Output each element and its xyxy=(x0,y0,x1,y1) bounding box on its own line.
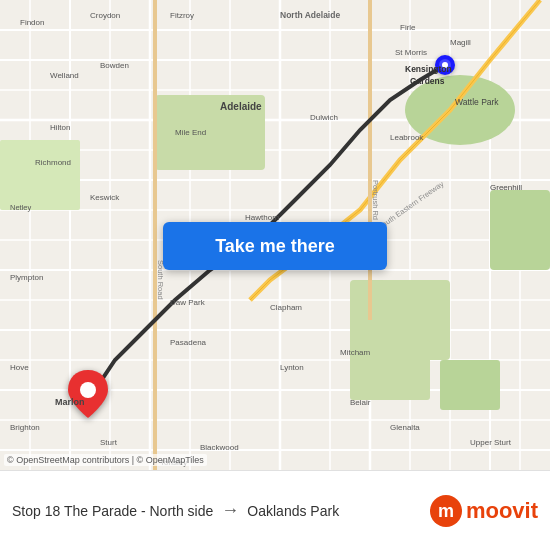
route-display: Stop 18 The Parade - North side → Oaklan… xyxy=(12,500,430,521)
svg-text:Greenhill: Greenhill xyxy=(490,183,522,192)
svg-text:Blackwood: Blackwood xyxy=(200,443,239,452)
svg-text:m: m xyxy=(438,501,454,521)
svg-text:Clapham: Clapham xyxy=(270,303,302,312)
map-container: Findon Croydon Fitzroy North Adelaide Fi… xyxy=(0,0,550,470)
svg-text:Mitcham: Mitcham xyxy=(340,348,371,357)
svg-text:Upper Sturt: Upper Sturt xyxy=(470,438,512,447)
svg-text:Portrush Rd: Portrush Rd xyxy=(371,180,380,220)
svg-rect-35 xyxy=(440,360,500,410)
svg-text:Bowden: Bowden xyxy=(100,61,129,70)
svg-text:Firle: Firle xyxy=(400,23,416,32)
svg-text:Magill: Magill xyxy=(450,38,471,47)
moovit-logo: m moovit xyxy=(430,495,538,527)
svg-text:Fitzroy: Fitzroy xyxy=(170,11,194,20)
take-me-there-button[interactable]: Take me there xyxy=(163,222,387,270)
svg-text:Brighton: Brighton xyxy=(10,423,40,432)
svg-text:North Adelaide: North Adelaide xyxy=(280,10,340,20)
svg-text:Wattle Park: Wattle Park xyxy=(455,97,499,107)
svg-point-40 xyxy=(80,382,96,398)
svg-text:Netley: Netley xyxy=(10,203,32,212)
svg-text:Glenalta: Glenalta xyxy=(390,423,420,432)
to-label: Oaklands Park xyxy=(247,503,339,519)
svg-text:Adelaide: Adelaide xyxy=(220,101,262,112)
footer-route-info: Stop 18 The Parade - North side → Oaklan… xyxy=(12,500,430,521)
svg-text:Hawthorn: Hawthorn xyxy=(245,213,279,222)
svg-text:Kensington: Kensington xyxy=(405,64,452,74)
svg-text:Leabrook: Leabrook xyxy=(390,133,424,142)
svg-text:Plympton: Plympton xyxy=(10,273,43,282)
svg-rect-33 xyxy=(0,140,80,210)
svg-text:Sturt: Sturt xyxy=(100,438,118,447)
svg-text:St Morris: St Morris xyxy=(395,48,427,57)
svg-text:Croydon: Croydon xyxy=(90,11,120,20)
moovit-logo-icon: m xyxy=(430,495,462,527)
map-attribution: © OpenStreetMap contributors | © OpenMap… xyxy=(4,454,207,466)
svg-text:Pasadena: Pasadena xyxy=(170,338,207,347)
svg-text:Keswick: Keswick xyxy=(90,193,120,202)
svg-text:Gardens: Gardens xyxy=(410,76,445,86)
svg-text:Mile End: Mile End xyxy=(175,128,206,137)
moovit-text: moovit xyxy=(466,498,538,524)
svg-text:Findon: Findon xyxy=(20,18,44,27)
svg-text:Belair: Belair xyxy=(350,398,371,407)
from-label: Stop 18 The Parade - North side xyxy=(12,503,213,519)
arrow-icon: → xyxy=(221,500,239,521)
svg-text:Lynton: Lynton xyxy=(280,363,304,372)
svg-text:Hove: Hove xyxy=(10,363,29,372)
svg-text:Richmond: Richmond xyxy=(35,158,71,167)
svg-text:Dulwich: Dulwich xyxy=(310,113,338,122)
svg-text:Daw Park: Daw Park xyxy=(170,298,206,307)
footer: Stop 18 The Parade - North side → Oaklan… xyxy=(0,470,550,550)
svg-text:Welland: Welland xyxy=(50,71,79,80)
svg-text:Marlon: Marlon xyxy=(55,397,85,407)
svg-rect-31 xyxy=(490,190,550,270)
svg-text:Hilton: Hilton xyxy=(50,123,70,132)
